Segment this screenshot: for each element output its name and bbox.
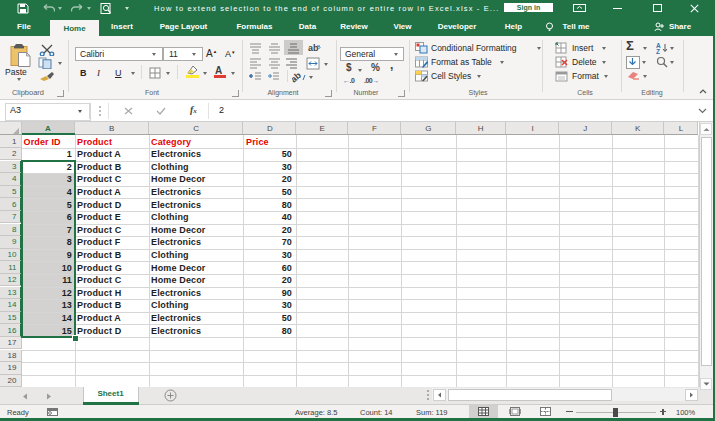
svg-text:ab: ab	[292, 71, 303, 83]
svg-text:ab: ab	[308, 43, 319, 53]
svg-text:Z: Z	[656, 48, 660, 54]
